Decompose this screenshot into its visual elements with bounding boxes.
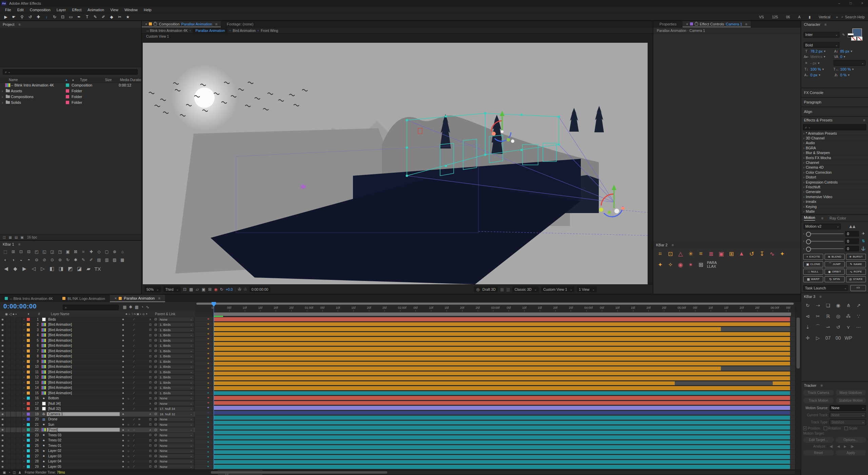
- effects-category[interactable]: ›irrealix: [801, 199, 868, 204]
- fx-switch[interactable]: fx: [137, 423, 142, 426]
- expander-arrow-icon[interactable]: ›: [22, 464, 26, 469]
- layer-duration-bar[interactable]: [675, 381, 773, 385]
- lock-cell[interactable]: [16, 401, 22, 406]
- layer-color-chip[interactable]: [27, 423, 30, 426]
- layer-duration-bar[interactable]: [214, 386, 790, 390]
- motion-button-spin[interactable]: ↻SPIN: [825, 276, 845, 282]
- solo-cell[interactable]: [11, 401, 16, 406]
- expander-icon[interactable]: ›: [803, 190, 805, 194]
- kbar2-button-r2-4[interactable]: ✴: [687, 261, 695, 269]
- shy-switch[interactable]: ♣: [120, 460, 126, 463]
- layer-duration-bar[interactable]: [214, 401, 790, 405]
- layer-duration-bar[interactable]: [214, 416, 790, 420]
- parent-dropdown[interactable]: None⌄: [158, 317, 194, 321]
- layer-color-chip[interactable]: [27, 355, 30, 358]
- kbar1-button-r2-5[interactable]: ⊖: [33, 257, 40, 263]
- kbar3-button-r1-4[interactable]: ◉: [834, 302, 842, 309]
- pickwhip-icon[interactable]: @: [153, 454, 158, 458]
- expander-icon[interactable]: ›: [803, 160, 805, 165]
- project-item[interactable]: ›AssetsFolder: [0, 88, 141, 94]
- layer-duration-bar[interactable]: [214, 372, 790, 376]
- audio-cell[interactable]: [5, 396, 11, 401]
- track-row[interactable]: ◂▸: [195, 411, 795, 416]
- kbar2-button-r1-13[interactable]: ✦: [778, 250, 786, 258]
- visibility-eye-icon[interactable]: ◉: [0, 391, 5, 396]
- audio-cell[interactable]: [5, 417, 11, 422]
- kbar1-button-r1-12[interactable]: ✚: [88, 249, 95, 255]
- kbar3-button-r1-5[interactable]: ⋔: [845, 302, 852, 309]
- layer-row[interactable]: ◉›21★Sun♣☼∕fx⊡@None⌄: [0, 422, 195, 428]
- tracker-title[interactable]: Tracker: [804, 383, 816, 387]
- layer-row[interactable]: ◉›26★Layer 02♣☼∕⊡@None⌄: [0, 449, 195, 454]
- layer-row[interactable]: ◉›28★Layer 04♣☼∕⊡@None⌄: [0, 459, 195, 464]
- vertical-scale-value[interactable]: 100 %: [810, 67, 821, 71]
- lock-cell[interactable]: [16, 443, 22, 448]
- shy-switch[interactable]: ♣: [120, 328, 126, 331]
- column-type[interactable]: Type: [80, 78, 105, 82]
- solo-cell[interactable]: [11, 385, 16, 391]
- scrollbar-thumb[interactable]: [796, 318, 800, 368]
- solo-cell[interactable]: [11, 380, 16, 385]
- layer-duration-bar[interactable]: [214, 455, 790, 459]
- layer-color-chip[interactable]: [27, 418, 30, 421]
- effects-category[interactable]: ›Generate: [801, 190, 868, 194]
- preview-time-display[interactable]: 0:00:00:00: [250, 286, 271, 292]
- kbar2-button-r1-3[interactable]: △: [676, 250, 685, 258]
- expander-icon[interactable]: ›: [803, 146, 805, 150]
- kbar1-button-r1-16[interactable]: ⌂: [119, 249, 126, 255]
- threeD-switch[interactable]: ⋏: [147, 318, 153, 321]
- current-time-display[interactable]: 0:00:00:00: [3, 303, 37, 310]
- project-footer-icon-4[interactable]: ▣: [20, 235, 23, 239]
- shy-switch[interactable]: ♣: [120, 360, 126, 363]
- lock-cell[interactable]: [16, 412, 22, 417]
- layer-row[interactable]: ◉›20▤Drone♣∕fx⊡@None⌄: [0, 417, 195, 422]
- ray-color-tab[interactable]: Ray Color: [829, 216, 846, 220]
- warp-stabilizer-button[interactable]: Warp Stabilizer: [836, 390, 866, 396]
- number-column[interactable]: #: [35, 312, 43, 316]
- slider-value[interactable]: 0: [845, 246, 859, 251]
- layer-name[interactable]: [Bird Animation]: [47, 391, 120, 395]
- timeline-search-input[interactable]: ⌕: [63, 305, 119, 310]
- audio-cell[interactable]: [5, 443, 11, 448]
- expander-arrow-icon[interactable]: ›: [22, 333, 26, 338]
- parent-dropdown[interactable]: 1. Birds⌄: [158, 333, 194, 337]
- align-panel-header[interactable]: Align: [801, 107, 868, 117]
- kbar2-button-r2-1[interactable]: ✦: [656, 261, 664, 269]
- kbar2-button-r1-9[interactable]: ▲: [737, 250, 746, 258]
- lock-cell[interactable]: [16, 449, 22, 454]
- shy-switch[interactable]: ♣: [120, 391, 126, 395]
- shy-switch[interactable]: ♣: [120, 323, 126, 326]
- pickwhip-icon[interactable]: @: [153, 339, 158, 342]
- vertical-scrollbar[interactable]: [795, 302, 801, 470]
- expander-arrow-icon[interactable]: ›: [22, 449, 26, 454]
- expander-icon[interactable]: ›: [0, 100, 5, 104]
- layer-name[interactable]: Trees 02: [47, 438, 120, 442]
- kbar1-button-r2-2[interactable]: ◑: [10, 257, 17, 263]
- layer-name[interactable]: Trees 01: [47, 444, 120, 448]
- help-search[interactable]: ⌕ Search Help: [841, 15, 865, 19]
- layer-color-chip[interactable]: [27, 381, 30, 384]
- playhead-line[interactable]: [214, 302, 214, 470]
- kbar1-button-r2-10[interactable]: ✱: [72, 257, 79, 263]
- track-row[interactable]: ◂▸: [195, 376, 795, 381]
- layer-color-chip[interactable]: [27, 328, 30, 331]
- expander-arrow-icon[interactable]: ›: [22, 406, 26, 412]
- visibility-eye-icon[interactable]: ◉: [0, 401, 5, 406]
- threeD-switch[interactable]: ⊡: [147, 365, 153, 368]
- lock-cell[interactable]: [16, 354, 22, 359]
- layer-color-chip[interactable]: [27, 386, 30, 389]
- menu-item-file[interactable]: File: [2, 8, 14, 12]
- layer-row[interactable]: ◉›7[Bird Animation]♣∕⊡@1. Birds⌄: [0, 348, 195, 354]
- kbar1-button-r1-4[interactable]: ⊟: [25, 249, 32, 255]
- audio-cell[interactable]: [5, 317, 11, 322]
- solo-cell[interactable]: [11, 412, 16, 417]
- solo-cell[interactable]: [11, 433, 16, 438]
- fill-color-swatch[interactable]: [848, 28, 863, 41]
- options-button[interactable]: Options...: [836, 437, 866, 443]
- kbar2-button-r1-10[interactable]: ↺: [748, 250, 756, 258]
- effects-category[interactable]: ›Keying: [801, 204, 868, 209]
- layer-row[interactable]: ◉›10[Bird Animation]♣∕⊡@1. Birds⌄: [0, 364, 195, 370]
- chevron-icon[interactable]: ▾: [818, 61, 820, 65]
- shy-switch[interactable]: ♣: [120, 465, 126, 468]
- breadcrumb-item[interactable]: Front Wing: [261, 28, 278, 33]
